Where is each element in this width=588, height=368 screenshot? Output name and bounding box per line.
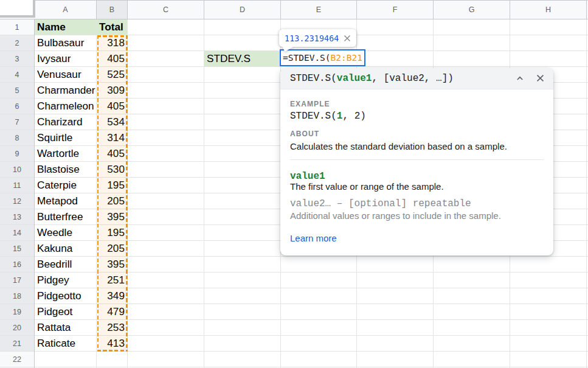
cell-B4[interactable]: 525 [97, 67, 128, 83]
row-header-12[interactable]: 12 [0, 193, 34, 209]
cell-E19[interactable] [281, 304, 357, 320]
cell-D20[interactable] [204, 320, 281, 336]
cell-B21[interactable]: 413 [97, 336, 128, 352]
cell-A15[interactable]: Kakuna [35, 241, 97, 257]
cell-C8[interactable] [128, 130, 204, 146]
row-header-5[interactable]: 5 [0, 83, 34, 99]
cell-C6[interactable] [128, 99, 204, 114]
cell-B16[interactable]: 395 [97, 257, 128, 273]
cell-D3[interactable]: STDEV.S [204, 51, 281, 67]
cell-A22[interactable] [35, 352, 97, 367]
cell-C9[interactable] [128, 146, 204, 162]
cell-A19[interactable]: Pidgeot [35, 304, 97, 320]
cell-E18[interactable] [281, 288, 357, 304]
preview-close-button[interactable] [344, 35, 351, 42]
row-header-2[interactable]: 2 [0, 35, 34, 51]
cell-A20[interactable]: Rattata [35, 320, 97, 336]
row-header-6[interactable]: 6 [0, 99, 34, 114]
cell-H2[interactable] [510, 35, 587, 51]
cell-D5[interactable] [204, 83, 281, 99]
cell-G19[interactable] [434, 304, 510, 320]
cell-H20[interactable] [510, 320, 587, 336]
cell-D6[interactable] [204, 99, 281, 114]
cell-B17[interactable]: 251 [97, 273, 128, 288]
cell-D18[interactable] [204, 288, 281, 304]
cell-D8[interactable] [204, 130, 281, 146]
cell-C22[interactable] [128, 352, 204, 367]
cell-G21[interactable] [434, 336, 510, 352]
formula-edit-cell[interactable]: =STDEV.S(B2:B21 [280, 49, 365, 66]
cell-B1[interactable]: Total [97, 19, 128, 35]
cell-D4[interactable] [204, 67, 281, 83]
cell-D19[interactable] [204, 304, 281, 320]
cell-C3[interactable] [128, 51, 204, 67]
cell-D11[interactable] [204, 178, 281, 193]
cell-E17[interactable] [281, 273, 357, 288]
cell-F3[interactable] [357, 51, 434, 67]
cell-D7[interactable] [204, 114, 281, 130]
column-header-C[interactable]: C [128, 1, 204, 19]
row-header-11[interactable]: 11 [0, 178, 34, 193]
cell-C14[interactable] [128, 225, 204, 241]
column-header-B[interactable]: B [97, 1, 128, 19]
cell-B18[interactable]: 349 [97, 288, 128, 304]
cell-D12[interactable] [204, 193, 281, 209]
cell-C2[interactable] [128, 35, 204, 51]
row-header-17[interactable]: 17 [0, 273, 34, 288]
cell-G18[interactable] [434, 288, 510, 304]
cell-B20[interactable]: 253 [97, 320, 128, 336]
cell-C19[interactable] [128, 304, 204, 320]
cell-B5[interactable]: 309 [97, 83, 128, 99]
cell-H22[interactable] [510, 352, 587, 367]
cell-C18[interactable] [128, 288, 204, 304]
column-header-G[interactable]: G [434, 1, 510, 19]
cell-A16[interactable]: Beedrill [35, 257, 97, 273]
row-header-9[interactable]: 9 [0, 146, 34, 162]
row-header-1[interactable]: 1 [0, 19, 34, 35]
cell-D13[interactable] [204, 209, 281, 225]
column-header-E[interactable]: E [281, 1, 357, 19]
cell-F2[interactable] [357, 35, 434, 51]
cell-G2[interactable] [434, 35, 510, 51]
row-header-7[interactable]: 7 [0, 114, 34, 130]
column-header-D[interactable]: D [204, 1, 281, 19]
cell-B6[interactable]: 405 [97, 99, 128, 114]
row-header-13[interactable]: 13 [0, 209, 34, 225]
cell-D2[interactable] [204, 35, 281, 51]
cell-C21[interactable] [128, 336, 204, 352]
cell-H19[interactable] [510, 304, 587, 320]
cell-G17[interactable] [434, 273, 510, 288]
cell-B12[interactable]: 205 [97, 193, 128, 209]
cell-B8[interactable]: 314 [97, 130, 128, 146]
cell-H21[interactable] [510, 336, 587, 352]
row-header-22[interactable]: 22 [0, 352, 34, 367]
cell-C20[interactable] [128, 320, 204, 336]
cell-B9[interactable]: 405 [97, 146, 128, 162]
cell-C5[interactable] [128, 83, 204, 99]
cell-G20[interactable] [434, 320, 510, 336]
cell-E22[interactable] [281, 352, 357, 367]
cell-D16[interactable] [204, 257, 281, 273]
cell-F18[interactable] [357, 288, 434, 304]
row-header-4[interactable]: 4 [0, 67, 34, 83]
cell-B10[interactable]: 530 [97, 162, 128, 178]
cell-D1[interactable] [204, 19, 281, 35]
cell-B3[interactable]: 405 [97, 51, 128, 67]
cell-C15[interactable] [128, 241, 204, 257]
cell-D22[interactable] [204, 352, 281, 367]
cell-A12[interactable]: Metapod [35, 193, 97, 209]
cell-A10[interactable]: Blastoise [35, 162, 97, 178]
column-header-A[interactable]: A [35, 1, 97, 19]
column-header-F[interactable]: F [357, 1, 434, 19]
cell-A1[interactable]: Name [35, 19, 97, 35]
cell-H3[interactable] [510, 51, 587, 67]
cell-B22[interactable] [97, 352, 128, 367]
cell-H16[interactable] [510, 257, 587, 273]
cell-B19[interactable]: 479 [97, 304, 128, 320]
cell-A21[interactable]: Raticate [35, 336, 97, 352]
cell-F17[interactable] [357, 273, 434, 288]
cell-B15[interactable]: 205 [97, 241, 128, 257]
row-header-3[interactable]: 3 [0, 51, 34, 67]
cell-A11[interactable]: Caterpie [35, 178, 97, 193]
select-all-corner[interactable] [0, 0, 35, 18]
